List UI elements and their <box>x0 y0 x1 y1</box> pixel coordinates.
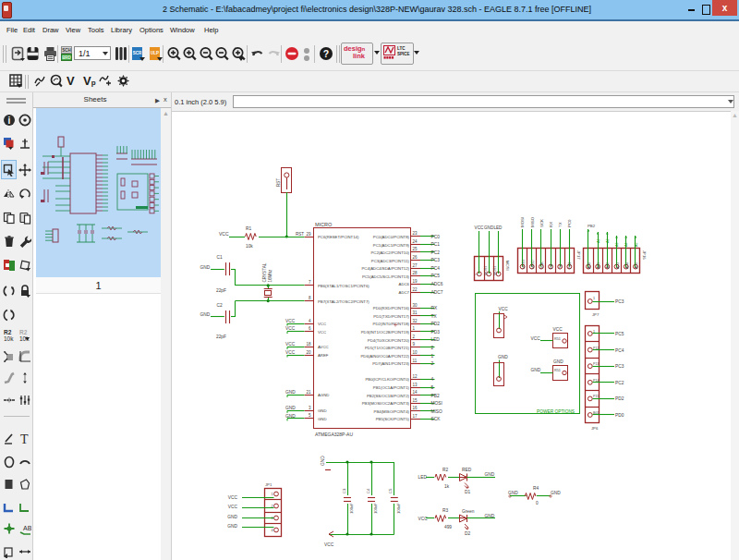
svg-text:2: 2 <box>431 346 434 350</box>
svg-text:PC2(ADC2/PCINT10): PC2(ADC2/PCINT10) <box>370 250 409 255</box>
svg-text:7: 7 <box>309 280 311 285</box>
svg-text:1: 1 <box>431 354 434 359</box>
svg-text:RX: RX <box>431 306 438 310</box>
svg-text:MISO: MISO <box>530 216 535 227</box>
svg-text:11: 11 <box>413 359 418 363</box>
svg-text:VCC: VCC <box>219 231 229 237</box>
svg-text:1k: 1k <box>444 484 450 489</box>
svg-text:PD2: PD2 <box>615 396 624 401</box>
svg-text:5: 5 <box>309 413 311 418</box>
svg-text:5: 5 <box>431 385 434 390</box>
svg-text:14: 14 <box>413 390 418 395</box>
svg-text:MOSI: MOSI <box>520 217 525 227</box>
svg-text:C2: C2 <box>217 303 223 308</box>
svg-text:GND: GND <box>551 491 561 495</box>
svg-text:VCC: VCC <box>228 495 238 500</box>
svg-text:SCK: SCK <box>431 417 442 421</box>
svg-text:32: 32 <box>413 319 418 323</box>
svg-text:TX: TX <box>431 314 438 319</box>
svg-text:21: 21 <box>306 390 311 395</box>
svg-text:R51: R51 <box>554 369 561 372</box>
svg-text:VCC: VCC <box>285 350 296 355</box>
svg-text:26: 26 <box>413 255 418 260</box>
svg-text:16: 16 <box>413 406 418 410</box>
svg-text:PC2: PC2 <box>431 250 441 255</box>
svg-text:18: 18 <box>306 342 311 347</box>
svg-text:PD6(AIN0/OC0A/PCINT22): PD6(AIN0/OC0A/PCINT22) <box>360 354 409 359</box>
svg-text:PD1(TXD/PCINT17): PD1(TXD/PCINT17) <box>373 314 409 319</box>
svg-text:GND: GND <box>227 515 237 519</box>
svg-text:RST: RST <box>276 178 281 187</box>
svg-text:VCC: VCC <box>285 319 296 323</box>
svg-text:TX: TX <box>559 264 563 269</box>
svg-text:GND: GND <box>318 408 327 413</box>
svg-text:R2: R2 <box>4 329 12 335</box>
svg-text:23: 23 <box>413 231 418 236</box>
svg-text:9: 9 <box>413 342 416 347</box>
svg-text:CRYSTAL: CRYSTAL <box>262 262 267 282</box>
svg-text:PB7(XTAL2/TOSC2/PCINT7): PB7(XTAL2/TOSC2/PCINT7) <box>318 299 370 304</box>
svg-text:VCC: VCC <box>228 505 238 509</box>
svg-text:AD1: AD1 <box>597 262 600 269</box>
svg-text:3: 3 <box>309 406 311 410</box>
svg-text:RED: RED <box>462 468 472 472</box>
svg-text:PC2: PC2 <box>615 381 624 385</box>
svg-text:JP7: JP7 <box>592 312 600 317</box>
svg-text:AGND: AGND <box>318 393 329 397</box>
svg-text:ADC7: ADC7 <box>431 290 443 295</box>
svg-text:TX: TX <box>558 222 563 227</box>
svg-text:C4: C4 <box>366 488 370 493</box>
svg-text:VCC: VCC <box>475 225 484 230</box>
svg-text:PC6(RESET/PCINT14): PC6(RESET/PCINT14) <box>318 235 359 239</box>
svg-text:?: ? <box>323 48 329 59</box>
svg-text:PD2: PD2 <box>431 322 441 326</box>
svg-text:PC1: PC1 <box>431 242 441 247</box>
svg-text:GND: GND <box>485 472 495 477</box>
svg-text:JP1: JP1 <box>265 482 273 487</box>
svg-text:SCK: SCK <box>540 262 544 269</box>
svg-text:2: 2 <box>431 361 434 366</box>
svg-text:GND: GND <box>200 312 211 317</box>
svg-text:MOSI: MOSI <box>484 266 488 275</box>
svg-text:A5: A5 <box>635 243 638 247</box>
svg-text:15: 15 <box>413 398 418 403</box>
svg-text:1: 1 <box>475 274 479 275</box>
svg-text:POWER OPTIONS: POWER OPTIONS <box>537 409 575 414</box>
svg-text:AB: AB <box>23 525 31 531</box>
svg-text:LED: LED <box>431 337 441 342</box>
svg-text:AVCC: AVCC <box>318 345 329 349</box>
svg-text:JP17: JP17 <box>576 250 581 260</box>
svg-text:ADC7: ADC7 <box>399 290 410 295</box>
svg-text:R51: R51 <box>554 337 561 341</box>
svg-text:MOSI: MOSI <box>522 260 526 269</box>
svg-text:PD5(T1/OC0B/PCINT21): PD5(T1/OC0B/PCINT21) <box>365 346 410 350</box>
svg-text:PB2: PB2 <box>588 224 596 228</box>
svg-text:PC1(ADC1/PCINT9): PC1(ADC1/PCINT9) <box>373 243 410 248</box>
svg-text:PC3(ADC3/PCINT11): PC3(ADC3/PCINT11) <box>371 259 410 263</box>
svg-text:19: 19 <box>413 279 418 284</box>
svg-text:PD4(T0/XCK/PCINT20): PD4(T0/XCK/PCINT20) <box>368 338 410 343</box>
svg-text:A2: A2 <box>606 239 610 243</box>
svg-text:D1: D1 <box>465 490 470 494</box>
svg-text:C1: C1 <box>217 255 223 260</box>
svg-text:LED: LED <box>418 475 428 480</box>
svg-text:RX: RX <box>549 222 553 227</box>
svg-text:PC4: PC4 <box>431 266 441 271</box>
svg-text:AREF: AREF <box>318 353 329 358</box>
svg-text:A3: A3 <box>615 243 619 247</box>
svg-text:R2: R2 <box>19 329 28 335</box>
svg-text:GND: GND <box>318 417 327 421</box>
svg-text:R4: R4 <box>533 486 539 491</box>
svg-text:i: i <box>8 116 11 126</box>
svg-text:VCC: VCC <box>318 322 326 326</box>
svg-text:PD0(RXD/PCINT16): PD0(RXD/PCINT16) <box>373 306 410 310</box>
svg-text:1: 1 <box>271 493 273 496</box>
svg-text:PC0: PC0 <box>568 262 572 269</box>
svg-text:VCC: VCC <box>285 326 296 331</box>
svg-text:8: 8 <box>309 296 311 300</box>
svg-text:2: 2 <box>413 335 416 339</box>
svg-text:0: 0 <box>536 501 539 505</box>
svg-text:22pF: 22pF <box>216 288 226 293</box>
svg-text:PD2(INT0/PCINT18): PD2(INT0/PCINT18) <box>373 322 410 326</box>
svg-text:AD3: AD3 <box>616 262 620 269</box>
